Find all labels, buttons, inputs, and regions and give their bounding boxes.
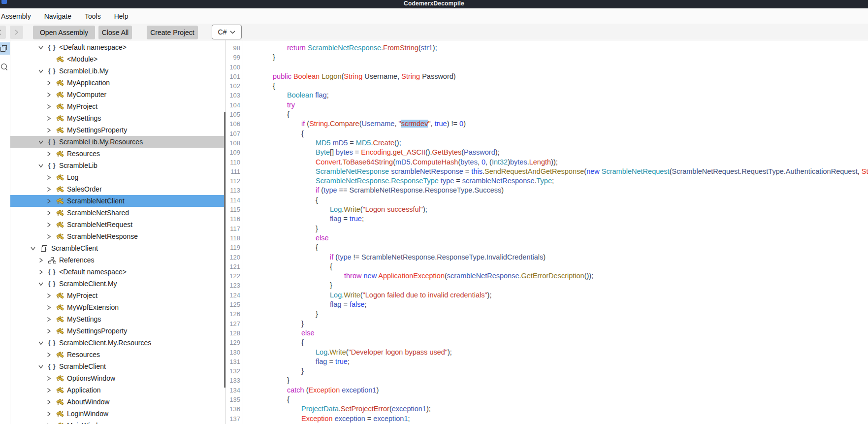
tree-item-mywpfextension[interactable]: MyWpfExtension — [10, 301, 225, 313]
code-line-118[interactable]: else — [243, 233, 868, 243]
tree-item-loginwindow[interactable]: LoginWindow — [10, 408, 225, 420]
tree-item-module[interactable]: <Module> — [10, 53, 225, 65]
code-line-121[interactable]: { — [243, 262, 868, 271]
create-project-button[interactable]: Create Project — [147, 26, 198, 39]
tree-item-aboutwindow[interactable]: AboutWindow — [10, 396, 225, 408]
tree-item-default-namespace[interactable]: { }<Default namespace> — [10, 41, 225, 53]
chevron-right-icon[interactable] — [45, 79, 52, 87]
chevron-right-icon[interactable] — [45, 422, 52, 424]
tree-item-scramblenetclient[interactable]: ScrambleNetClient — [10, 195, 225, 207]
tree-item-default-namespace[interactable]: { }<Default namespace> — [10, 266, 225, 278]
code-line-131[interactable]: flag = true; — [243, 357, 868, 366]
code-line-135[interactable]: { — [243, 395, 868, 404]
code-line-130[interactable]: Log.Write("Developer logon bypass used")… — [243, 348, 868, 357]
code-line-128[interactable]: else — [243, 328, 868, 338]
chevron-right-icon[interactable] — [45, 91, 52, 98]
code-line-123[interactable]: } — [243, 281, 868, 290]
close-all-button[interactable]: Close All — [98, 26, 132, 39]
chevron-right-icon[interactable] — [45, 186, 52, 193]
code-line-127[interactable]: } — [243, 319, 868, 328]
tree-item-application[interactable]: Application — [10, 384, 225, 396]
chevron-down-icon[interactable] — [37, 280, 44, 288]
chevron-right-icon[interactable] — [37, 268, 44, 276]
code-line-132[interactable]: } — [243, 366, 868, 376]
code-line-116[interactable]: flag = true; — [243, 214, 868, 224]
code-line-134[interactable]: catch (Exception exception1) — [243, 386, 868, 395]
chevron-right-icon[interactable] — [45, 292, 52, 299]
code-line-102[interactable]: { — [243, 81, 868, 91]
open-assembly-button[interactable]: Open Assembly — [33, 26, 95, 39]
chevron-right-icon[interactable] — [45, 103, 52, 110]
chevron-down-icon[interactable] — [37, 339, 44, 347]
tree-item-scrambleclient[interactable]: { }ScrambleClient — [10, 360, 225, 372]
code-line-112[interactable]: ScrambleNetResponse.ResponseType type = … — [243, 176, 868, 186]
chevron-right-icon[interactable] — [45, 150, 52, 158]
tree-item-myproject[interactable]: MyProject — [10, 290, 225, 301]
language-select[interactable]: C# — [212, 25, 242, 39]
code-line-137[interactable]: Exception exception = exception1; — [243, 414, 868, 424]
back-button[interactable] — [0, 26, 6, 39]
chevron-right-icon[interactable] — [45, 209, 52, 217]
chevron-right-icon[interactable] — [45, 398, 52, 406]
chevron-down-icon[interactable] — [37, 44, 44, 51]
tree-item-mycomputer[interactable]: MyComputer — [10, 89, 225, 100]
menu-assembly[interactable]: Assembly — [1, 12, 31, 20]
chevron-right-icon[interactable] — [45, 351, 52, 359]
code-line-122[interactable]: throw new ApplicationException(scrambleN… — [243, 271, 868, 281]
code-line-129[interactable]: { — [243, 338, 868, 347]
code-line-105[interactable]: { — [243, 110, 868, 119]
tree-item-scramblenetresponse[interactable]: ScrambleNetResponse — [10, 230, 225, 242]
tree-item-mysettingsproperty[interactable]: MySettingsProperty — [10, 124, 225, 136]
chevron-down-icon[interactable] — [37, 363, 44, 370]
code-line-124[interactable]: Log.Write("Logon failed due to invalid c… — [243, 291, 868, 300]
tree-item-salesorder[interactable]: SalesOrder — [10, 183, 225, 195]
tree-item-myapplication[interactable]: MyApplication — [10, 77, 225, 89]
code-line-106[interactable]: if (String.Compare(Username, "scrmdev", … — [243, 119, 868, 129]
tree-item-scramblenetrequest[interactable]: ScrambleNetRequest — [10, 219, 225, 230]
code-line-108[interactable]: MD5 mD5 = MD5.Create(); — [243, 138, 868, 148]
menu-help[interactable]: Help — [114, 12, 129, 20]
chevron-right-icon[interactable] — [45, 174, 52, 181]
chevron-right-icon[interactable] — [37, 257, 44, 264]
code-line-126[interactable]: } — [243, 309, 868, 319]
forward-button[interactable] — [10, 26, 23, 39]
tree-item-myproject[interactable]: MyProject — [10, 100, 225, 112]
code-line-109[interactable]: Byte[] bytes = Encoding.get_ASCII().GetB… — [243, 148, 868, 157]
tree-item-mysettings[interactable]: MySettings — [10, 313, 225, 325]
chevron-down-icon[interactable] — [29, 245, 36, 252]
tree-item-scrambleclient-my[interactable]: { }ScrambleClient.My — [10, 278, 225, 290]
code-line-113[interactable]: if (type == ScrambleNetResponse.Response… — [243, 186, 868, 195]
chevron-down-icon[interactable] — [37, 162, 44, 169]
menu-navigate[interactable]: Navigate — [44, 12, 71, 20]
code-line-117[interactable]: } — [243, 224, 868, 233]
code-line-119[interactable]: { — [243, 243, 868, 252]
chevron-right-icon[interactable] — [45, 115, 52, 122]
tree-item-log[interactable]: Log — [10, 171, 225, 183]
chevron-right-icon[interactable] — [45, 316, 52, 323]
chevron-right-icon[interactable] — [45, 410, 52, 418]
code-line-101[interactable]: public Boolean Logon(String Username, St… — [243, 72, 868, 81]
code-line-99[interactable]: } — [243, 53, 868, 62]
chevron-down-icon[interactable] — [37, 138, 44, 146]
code-line-107[interactable]: { — [243, 129, 868, 138]
chevron-right-icon[interactable] — [45, 327, 52, 335]
tree-item-scrambleclient[interactable]: ScrambleClient — [10, 242, 225, 254]
code-line-111[interactable]: ScrambleNetResponse scrambleNetResponse … — [243, 167, 868, 176]
search-panel-button[interactable] — [0, 61, 10, 73]
assemblies-panel-button[interactable] — [0, 42, 10, 55]
chevron-right-icon[interactable] — [45, 197, 52, 205]
chevron-right-icon[interactable] — [45, 387, 52, 394]
code-line-115[interactable]: Log.Write("Logon successful"); — [243, 205, 868, 214]
tree-item-scramblenetshared[interactable]: ScrambleNetShared — [10, 207, 225, 219]
code-line-125[interactable]: flag = false; — [243, 300, 868, 309]
tree-item-mysettingsproperty[interactable]: MySettingsProperty — [10, 325, 225, 337]
code-line-98[interactable]: return ScrambleNetResponse.FromString(st… — [243, 43, 868, 53]
tree-item-scramblelib[interactable]: { }ScrambleLib — [10, 160, 225, 171]
menu-tools[interactable]: Tools — [85, 12, 101, 20]
tree-item-scramblelib-my-resources[interactable]: { }ScrambleLib.My.Resources — [10, 136, 225, 148]
code-line-104[interactable]: try — [243, 100, 868, 110]
tree-item-mainwindow[interactable]: MainWindow — [10, 420, 225, 424]
code-line-133[interactable]: } — [243, 376, 868, 385]
code-line-100[interactable] — [243, 63, 868, 72]
code-line-103[interactable]: Boolean flag; — [243, 91, 868, 100]
